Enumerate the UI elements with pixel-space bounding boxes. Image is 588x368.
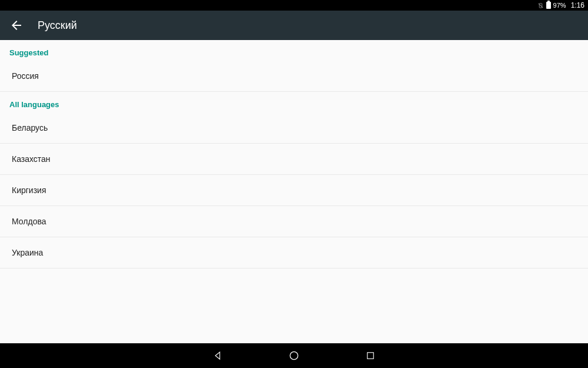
section-header-all: All languages <box>0 92 588 115</box>
status-bar: 97% 1:16 <box>0 0 588 11</box>
no-sim-icon <box>537 2 544 9</box>
battery-percent: 97% <box>553 2 566 9</box>
nav-back-button[interactable] <box>212 350 223 362</box>
status-time: 1:16 <box>571 1 584 9</box>
nav-recent-button[interactable] <box>365 350 376 362</box>
list-item[interactable]: Киргизия <box>0 175 588 206</box>
list-item[interactable]: Украина <box>0 237 588 268</box>
svg-point-1 <box>290 352 298 359</box>
list-item[interactable]: Казахстан <box>0 144 588 175</box>
triangle-back-icon <box>212 350 223 361</box>
navigation-bar <box>0 343 588 368</box>
square-recent-icon <box>365 350 376 361</box>
battery-icon <box>546 2 551 9</box>
page-title: Русский <box>38 19 77 32</box>
list-item-suggested[interactable]: Россия <box>0 63 588 92</box>
content-area: Suggested Россия All languages Беларусь … <box>0 40 588 343</box>
back-button[interactable] <box>9 18 24 32</box>
back-arrow-icon <box>9 18 24 32</box>
svg-rect-2 <box>368 353 374 359</box>
list-item[interactable]: Беларусь <box>0 115 588 144</box>
nav-home-button[interactable] <box>288 350 300 362</box>
list-item[interactable]: Молдова <box>0 206 588 237</box>
circle-home-icon <box>288 350 300 362</box>
section-header-suggested: Suggested <box>0 40 588 63</box>
app-bar: Русский <box>0 11 588 40</box>
